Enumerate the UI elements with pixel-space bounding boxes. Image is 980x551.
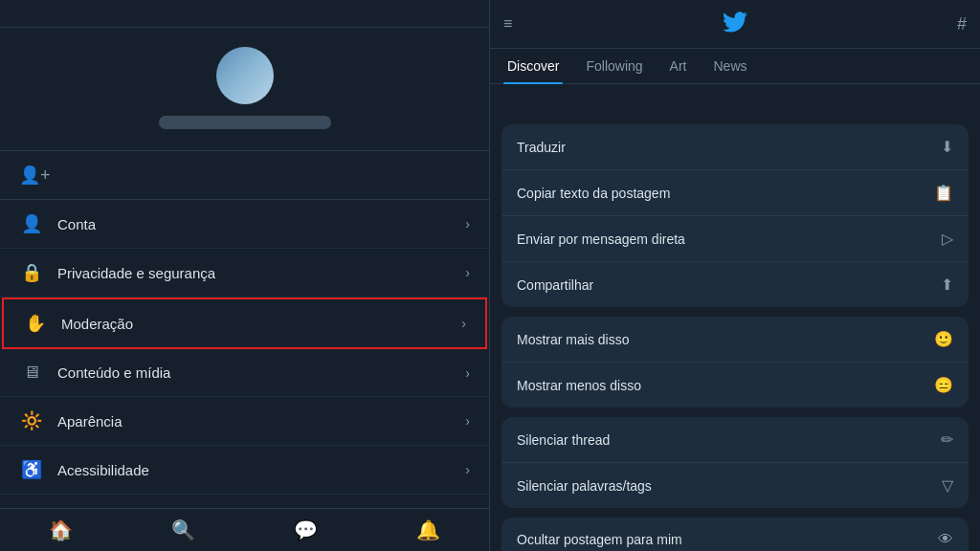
menu-label-conta: Conta	[57, 216, 465, 232]
menu-label-moderacao: Moderação	[61, 316, 461, 332]
context-group-group3: Silenciar thread ✏ Silenciar palavras/ta…	[501, 417, 969, 508]
chevron-icon: ›	[461, 316, 466, 331]
tab-art[interactable]: Art	[666, 49, 691, 83]
context-icon-silenciar_tags: ▽	[932, 476, 953, 495]
context-item-compartilhar[interactable]: Compartilhar ⬆	[501, 262, 969, 307]
menu-icon-conteudo: 🖥	[19, 363, 44, 383]
menu-label-conteudo: Conteúdo e mídia	[57, 364, 465, 381]
tabs-row: DiscoverFollowingArtNews	[490, 49, 980, 84]
add-account-row[interactable]: 👤+	[0, 151, 489, 200]
context-label-copiar: Copiar texto da postagem	[517, 186, 932, 201]
add-account-icon: 👤+	[19, 165, 51, 186]
twitter-header: ≡ #	[490, 0, 980, 49]
settings-menu: 👤 Conta › 🔒 Privacidade e segurança › ✋ …	[0, 200, 489, 508]
menu-item-privacidade[interactable]: 🔒 Privacidade e segurança ›	[0, 249, 489, 298]
twitter-panel: ≡ # DiscoverFollowingArtNews Traduzir ⬇ …	[490, 0, 980, 551]
menu-icon-conta: 👤	[19, 213, 44, 234]
hamburger-icon[interactable]: ≡	[503, 15, 512, 33]
avatar	[216, 47, 274, 104]
content-blur	[490, 84, 980, 113]
context-item-mensagem[interactable]: Enviar por mensagem direta ▷	[501, 216, 969, 262]
context-label-silenciar_thread: Silenciar thread	[517, 432, 932, 448]
menu-icon-acessibilidade: ♿	[19, 459, 44, 480]
profile-section	[0, 28, 489, 151]
chevron-icon: ›	[465, 216, 470, 231]
menu-item-conteudo[interactable]: 🖥 Conteúdo e mídia ›	[0, 349, 489, 397]
context-icon-copiar: 📋	[932, 184, 953, 202]
context-label-menos_disso: Mostrar menos disso	[517, 378, 932, 393]
menu-item-acessibilidade[interactable]: ♿ Acessibilidade ›	[0, 446, 489, 495]
menu-item-idiomas[interactable]: 🌐 Idiomas ›	[0, 495, 489, 508]
context-icon-ocultar: 👁	[932, 531, 953, 548]
context-label-mais_disso: Mostrar mais disso	[517, 332, 932, 347]
context-item-menos_disso[interactable]: Mostrar menos disso 😑	[501, 363, 969, 408]
main-container: 👤+ 👤 Conta › 🔒 Privacidade e segurança ›…	[0, 0, 980, 551]
profile-name-bar	[159, 116, 331, 129]
context-icon-menos_disso: 😑	[932, 376, 953, 394]
chevron-icon: ›	[465, 413, 470, 429]
context-group-group4: Ocultar postagem para mim 👁	[501, 518, 969, 551]
context-label-silenciar_tags: Silenciar palavras/tags	[517, 478, 932, 494]
nav-notifications-icon[interactable]: 🔔	[416, 518, 440, 541]
context-item-silenciar_thread[interactable]: Silenciar thread ✏	[501, 417, 969, 463]
bottom-nav: 🏠 🔍 💬 🔔	[0, 508, 489, 551]
menu-item-conta[interactable]: 👤 Conta ›	[0, 200, 489, 249]
context-icon-mais_disso: 🙂	[932, 330, 953, 348]
menu-icon-moderacao: ✋	[23, 313, 48, 334]
settings-panel: 👤+ 👤 Conta › 🔒 Privacidade e segurança ›…	[0, 0, 490, 551]
context-label-mensagem: Enviar por mensagem direta	[517, 231, 932, 247]
nav-home-icon[interactable]: 🏠	[49, 518, 73, 541]
context-menu: Traduzir ⬇ Copiar texto da postagem 📋 En…	[490, 117, 980, 551]
menu-item-aparencia[interactable]: 🔆 Aparência ›	[0, 397, 489, 446]
context-group-group2: Mostrar mais disso 🙂 Mostrar menos disso…	[501, 317, 969, 408]
context-icon-compartilhar: ⬆	[932, 276, 953, 294]
context-group-group1: Traduzir ⬇ Copiar texto da postagem 📋 En…	[501, 124, 969, 307]
menu-label-privacidade: Privacidade e segurança	[57, 265, 465, 281]
context-item-copiar[interactable]: Copiar texto da postagem 📋	[501, 170, 969, 216]
context-item-mais_disso[interactable]: Mostrar mais disso 🙂	[501, 317, 969, 363]
tab-discover[interactable]: Discover	[503, 49, 563, 83]
menu-icon-aparencia: 🔆	[19, 410, 44, 431]
context-label-ocultar: Ocultar postagem para mim	[517, 532, 932, 547]
menu-item-moderacao[interactable]: ✋ Moderação ›	[2, 298, 487, 349]
chevron-icon: ›	[465, 462, 470, 477]
context-icon-silenciar_thread: ✏	[932, 430, 953, 449]
chevron-icon: ›	[465, 365, 470, 381]
hash-icon[interactable]: #	[957, 14, 967, 34]
settings-header	[0, 0, 489, 28]
chevron-icon: ›	[465, 265, 470, 280]
nav-messages-icon[interactable]: 💬	[294, 518, 318, 541]
menu-icon-privacidade: 🔒	[19, 262, 44, 283]
menu-label-aparencia: Aparência	[57, 413, 465, 430]
context-icon-traduzir: ⬇	[932, 138, 953, 156]
tab-following[interactable]: Following	[582, 49, 646, 83]
tab-news[interactable]: News	[710, 49, 751, 83]
context-icon-mensagem: ▷	[932, 230, 953, 248]
context-item-traduzir[interactable]: Traduzir ⬇	[501, 124, 969, 170]
menu-label-acessibilidade: Acessibilidade	[57, 462, 465, 478]
nav-search-icon[interactable]: 🔍	[171, 518, 195, 541]
context-label-compartilhar: Compartilhar	[517, 277, 932, 293]
context-label-traduzir: Traduzir	[517, 140, 932, 155]
context-item-silenciar_tags[interactable]: Silenciar palavras/tags ▽	[501, 463, 969, 508]
context-item-ocultar[interactable]: Ocultar postagem para mim 👁	[501, 518, 969, 551]
twitter-logo	[527, 10, 942, 38]
